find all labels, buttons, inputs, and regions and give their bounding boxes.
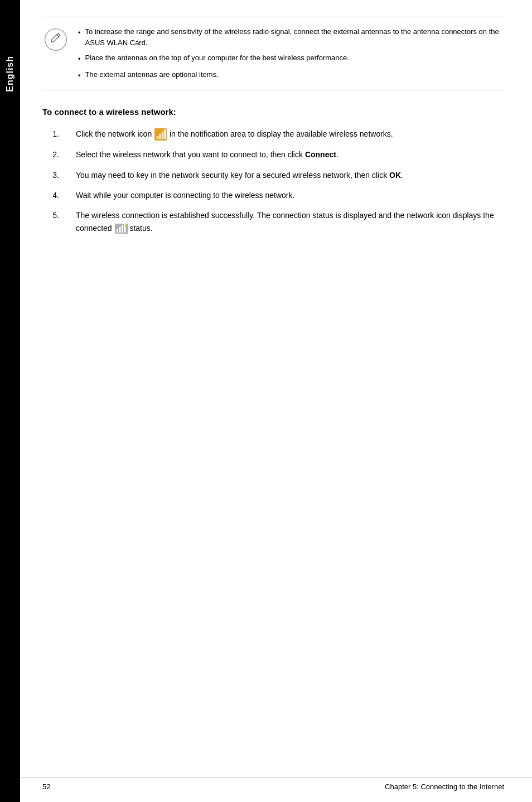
main-content: • To increase the range and sensitivity … (20, 0, 532, 802)
page-container: English • To increase the rang (0, 0, 532, 802)
footer-page-number: 52 (42, 782, 50, 791)
pencil-icon (43, 27, 68, 52)
note-bullet-3-text: The external antennas are optional items… (85, 69, 219, 80)
step-2-text: Select the wireless network that you wan… (76, 148, 504, 161)
step-3-number: 3. (48, 169, 59, 181)
page-footer: 52 Chapter 5: Connecting to the Internet (20, 777, 532, 791)
step-4: 4. Wait while your computer is connectin… (48, 189, 504, 201)
step-5: 5. The wireless connection is establishe… (48, 209, 504, 234)
bullet-dot: • (78, 70, 81, 81)
step-5-text: The wireless connection is established s… (76, 209, 504, 234)
sidebar-language-label: English (5, 56, 15, 92)
numbered-list: 1. Click the network icon (48, 128, 504, 234)
step-3-text: You may need to key in the network secur… (76, 169, 504, 181)
network-searching-icon (154, 128, 167, 141)
connect-bold: Connect (305, 150, 336, 159)
ok-bold: OK (389, 171, 401, 180)
svg-rect-9 (122, 225, 123, 233)
footer-chapter-title: Chapter 5: Connecting to the Internet (385, 782, 504, 791)
note-icon (42, 26, 69, 53)
note-bullet-2-text: Place the antennas on the top of your co… (85, 52, 349, 64)
step-3: 3. You may need to key in the network se… (48, 169, 504, 181)
network-connected-icon (115, 224, 127, 234)
step-4-text: Wait while your computer is connecting t… (76, 189, 504, 201)
svg-rect-5 (165, 129, 166, 139)
svg-rect-8 (119, 227, 120, 233)
note-bullet-3: • The external antennas are optional ite… (78, 69, 504, 81)
step-4-number: 4. (48, 189, 59, 201)
svg-rect-2 (157, 136, 158, 139)
note-box: • To increase the range and sensitivity … (42, 17, 504, 90)
svg-point-11 (125, 224, 127, 226)
svg-rect-4 (162, 132, 163, 139)
svg-rect-7 (117, 229, 118, 233)
step-1: 1. Click the network icon (48, 128, 504, 141)
step-1-text: Click the network icon in the notificati… (76, 128, 504, 141)
sidebar: English (0, 0, 20, 802)
note-bullets: • To increase the range and sensitivity … (78, 26, 504, 81)
note-bullet-1: • To increase the range and sensitivity … (78, 26, 504, 48)
svg-rect-3 (159, 134, 161, 139)
step-1-number: 1. (48, 128, 59, 140)
bullet-dot: • (78, 54, 81, 65)
note-bullet-2: • Place the antennas on the top of your … (78, 52, 504, 65)
step-2-number: 2. (48, 148, 59, 161)
step-5-number: 5. (48, 209, 59, 221)
step-2: 2. Select the wireless network that you … (48, 148, 504, 161)
section-heading: To connect to a wireless network: (42, 107, 504, 117)
bullet-dot: • (78, 27, 81, 38)
note-bullet-1-text: To increase the range and sensitivity of… (85, 26, 504, 48)
